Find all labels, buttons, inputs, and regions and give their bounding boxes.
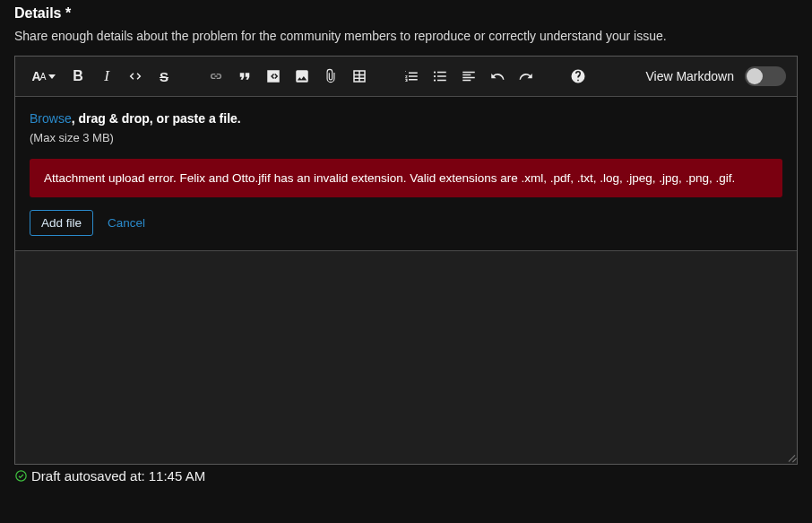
table-icon <box>351 68 367 84</box>
code-block-button[interactable] <box>261 64 286 89</box>
autosave-time: 11:45 AM <box>149 468 205 484</box>
quote-icon <box>237 68 253 84</box>
view-markdown-label: View Markdown <box>645 69 734 83</box>
check-circle-icon <box>14 469 28 483</box>
section-title: Details * <box>14 5 798 22</box>
editor-content-area[interactable] <box>15 251 797 464</box>
image-icon <box>294 68 310 84</box>
help-button[interactable] <box>566 64 591 89</box>
editor-toolbar: AA B I S <box>15 57 797 97</box>
undo-icon <box>489 68 505 84</box>
upload-error-banner: Attachment upload error. Felix and Otto.… <box>30 159 782 197</box>
attachment-instructions: Browse, drag & drop, or paste a file. <box>30 111 782 126</box>
add-file-button[interactable]: Add file <box>30 210 93 236</box>
autosave-status: Draft autosaved at: 11:45 AM <box>14 468 798 484</box>
attachment-zone: Browse, drag & drop, or paste a file. (M… <box>15 97 797 251</box>
italic-button[interactable]: I <box>94 64 119 89</box>
cancel-link[interactable]: Cancel <box>108 216 145 230</box>
redo-button[interactable] <box>514 64 539 89</box>
help-icon <box>570 68 586 84</box>
unordered-list-button[interactable] <box>428 64 453 89</box>
view-markdown-toggle[interactable] <box>745 66 786 86</box>
quote-button[interactable] <box>232 64 257 89</box>
ordered-list-button[interactable] <box>399 64 424 89</box>
chevron-down-icon <box>48 74 56 79</box>
strikethrough-button[interactable]: S <box>151 64 177 89</box>
code-block-icon <box>265 68 281 84</box>
font-size-button[interactable]: AA <box>26 64 62 89</box>
image-button[interactable] <box>289 64 315 89</box>
max-size-label: (Max size 3 MB) <box>30 131 782 144</box>
attachment-actions: Add file Cancel <box>30 210 782 236</box>
code-icon <box>127 68 143 84</box>
align-button[interactable] <box>456 64 481 89</box>
resize-handle[interactable] <box>784 451 795 462</box>
ordered-list-icon <box>403 68 419 84</box>
redo-icon <box>518 68 534 84</box>
table-button[interactable] <box>347 64 372 89</box>
editor-frame: AA B I S <box>14 56 798 465</box>
link-icon <box>208 68 224 84</box>
code-button[interactable] <box>123 64 148 89</box>
autosave-prefix: Draft autosaved at: <box>31 468 145 484</box>
link-button[interactable] <box>203 64 229 89</box>
browse-link[interactable]: Browse <box>30 111 72 126</box>
section-subtitle: Share enough details about the problem f… <box>14 27 798 45</box>
svg-point-0 <box>16 471 26 481</box>
undo-button[interactable] <box>485 64 510 89</box>
align-icon <box>461 68 477 84</box>
unordered-list-icon <box>432 68 448 84</box>
paperclip-icon <box>323 68 339 84</box>
bold-button[interactable]: B <box>65 64 91 89</box>
toggle-knob <box>747 68 763 84</box>
attachment-button[interactable] <box>318 64 343 89</box>
attachment-rest-text: , drag & drop, or paste a file. <box>72 111 241 126</box>
